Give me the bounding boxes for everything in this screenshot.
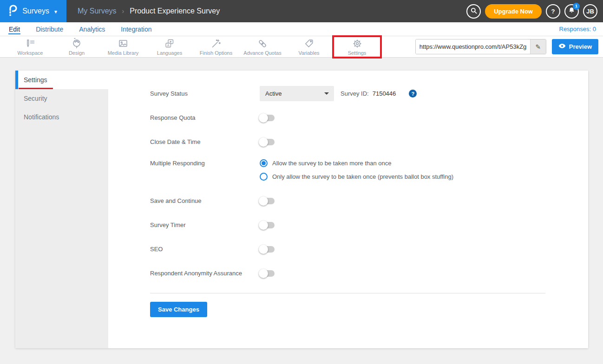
- brand-menu-label: Surveys: [22, 7, 49, 15]
- toolbar-item-label: Finish Options: [200, 50, 232, 56]
- edit-toolbar: Workspace Design Media Library ★ A Langu…: [0, 36, 603, 58]
- sidebar-item-label: Notifications: [24, 113, 59, 121]
- radio-option-label: Allow the survey to be taken more than o…: [272, 160, 392, 167]
- toggle-knob: [259, 113, 268, 123]
- survey-id-help-icon[interactable]: ?: [409, 90, 417, 98]
- svg-text:★: ★: [169, 40, 172, 43]
- settings-sidebar: Settings Security Notifications: [15, 71, 108, 348]
- save-and-continue-row: Save and Continue: [150, 193, 545, 208]
- avatar[interactable]: JB: [583, 4, 597, 19]
- chevron-down-icon: ▼: [53, 9, 58, 14]
- notifications-button[interactable]: 1: [564, 4, 579, 19]
- toolbar-item-label: Workspace: [18, 50, 43, 56]
- toggle-knob: [259, 137, 268, 147]
- topbar-actions: Upgrade Now ? 1 JB: [466, 4, 597, 19]
- seo-row: SEO: [150, 241, 545, 257]
- close-date-time-toggle[interactable]: [260, 139, 275, 145]
- tab-edit[interactable]: Edit: [8, 24, 20, 34]
- toggle-knob: [259, 269, 268, 278]
- multiple-responding-row: Multiple Responding Allow the survey to …: [150, 158, 545, 181]
- response-quota-toggle[interactable]: [260, 115, 275, 121]
- toggle-knob: [259, 196, 268, 206]
- chevron-down-icon: [324, 92, 329, 95]
- toolbar-item-advance-quotas[interactable]: Advance Quotas: [239, 36, 286, 58]
- top-bar: Surveys ▼ My Surveys › Product Experienc…: [0, 0, 603, 22]
- settings-panel: Settings Security Notifications Survey S…: [15, 71, 588, 348]
- tab-integration[interactable]: Integration: [120, 24, 152, 34]
- save-changes-button[interactable]: Save Changes: [150, 302, 207, 317]
- svg-text:A: A: [167, 43, 170, 46]
- radio-option-once-only[interactable]: Only allow the survey to be taken once (…: [260, 173, 453, 181]
- advance-quotas-icon: [256, 38, 269, 49]
- edit-url-button[interactable]: ✎: [530, 39, 546, 54]
- survey-url-group: ✎: [415, 39, 546, 54]
- breadcrumb: My Surveys › Product Experience Survey: [78, 7, 220, 15]
- upgrade-now-button[interactable]: Upgrade Now: [485, 4, 542, 19]
- seo-label: SEO: [150, 246, 260, 253]
- toggle-knob: [259, 245, 268, 254]
- section-nav: Edit Distribute Analytics Integration Re…: [0, 22, 603, 36]
- toolbar-item-settings[interactable]: Settings: [332, 35, 382, 58]
- multiple-responding-label: Multiple Responding: [150, 158, 260, 167]
- question-mark-icon: ?: [551, 8, 555, 15]
- toolbar-item-workspace[interactable]: Workspace: [7, 36, 53, 58]
- save-and-continue-toggle[interactable]: [260, 198, 275, 204]
- toggle-knob: [259, 221, 268, 230]
- respondent-anonymity-toggle[interactable]: [260, 270, 275, 277]
- preview-button-label: Preview: [569, 43, 592, 50]
- sidebar-item-security[interactable]: Security: [15, 89, 108, 108]
- response-quota-row: Response Quota: [150, 110, 545, 125]
- toolbar-item-label: Languages: [157, 50, 182, 56]
- breadcrumb-separator: ›: [122, 7, 125, 15]
- survey-timer-toggle[interactable]: [260, 222, 275, 228]
- toolbar-item-finish-options[interactable]: Finish Options: [193, 36, 239, 58]
- respondent-anonymity-row: Respondent Anonymity Assurance: [150, 266, 545, 281]
- search-icon: [470, 7, 478, 16]
- toolbar-item-languages[interactable]: ★ A Languages: [146, 36, 193, 58]
- survey-status-row: Survey Status Active Survey ID: 7150446 …: [150, 86, 545, 101]
- survey-status-select[interactable]: Active: [260, 86, 334, 101]
- sidebar-item-label: Settings: [24, 76, 47, 84]
- form-divider: [150, 293, 545, 293]
- sidebar-item-settings[interactable]: Settings: [15, 71, 108, 89]
- tab-analytics[interactable]: Analytics: [79, 24, 105, 34]
- multiple-responding-options: Allow the survey to be taken more than o…: [260, 158, 453, 181]
- save-and-continue-label: Save and Continue: [150, 197, 260, 204]
- variables-icon: [303, 38, 315, 49]
- settings-gear-icon: [351, 38, 363, 49]
- avatar-initials: JB: [586, 8, 594, 15]
- pencil-icon: ✎: [535, 43, 541, 51]
- radio-unselected-icon: [260, 173, 268, 181]
- toolbar-item-design[interactable]: Design: [53, 36, 100, 58]
- radio-option-multiple-allowed[interactable]: Allow the survey to be taken more than o…: [260, 159, 453, 167]
- survey-timer-row: Survey Timer: [150, 217, 545, 233]
- close-date-time-row: Close Date & Time: [150, 134, 545, 150]
- sidebar-item-label: Security: [24, 95, 47, 102]
- survey-url-input[interactable]: [416, 39, 530, 54]
- survey-timer-label: Survey Timer: [150, 221, 260, 228]
- workspace-icon: [24, 38, 36, 49]
- response-quota-label: Response Quota: [150, 114, 260, 121]
- settings-form: Survey Status Active Survey ID: 7150446 …: [108, 71, 588, 348]
- radio-option-label: Only allow the survey to be taken once (…: [272, 173, 453, 180]
- toolbar-item-label: Media Library: [108, 50, 139, 56]
- notification-badge: 1: [573, 3, 580, 10]
- survey-id-label: Survey ID:: [341, 90, 369, 97]
- toolbar-item-media-library[interactable]: Media Library: [100, 36, 146, 58]
- preview-button[interactable]: Preview: [552, 39, 598, 54]
- close-date-time-label: Close Date & Time: [150, 138, 260, 145]
- toolbar-item-label: Advance Quotas: [243, 50, 281, 56]
- survey-status-value: Active: [265, 90, 282, 97]
- breadcrumb-my-surveys[interactable]: My Surveys: [78, 7, 117, 15]
- search-button[interactable]: [466, 4, 481, 19]
- eye-icon: [558, 43, 566, 50]
- product-switcher[interactable]: Surveys ▼: [0, 0, 66, 22]
- page-title: Product Experience Survey: [130, 7, 220, 15]
- help-button[interactable]: ?: [546, 4, 560, 19]
- tab-distribute[interactable]: Distribute: [35, 24, 64, 34]
- design-icon: [71, 38, 83, 49]
- toolbar-item-variables[interactable]: Variables: [286, 36, 332, 58]
- sidebar-item-notifications[interactable]: Notifications: [15, 108, 108, 126]
- responses-count: Responses: 0: [559, 26, 596, 32]
- seo-toggle[interactable]: [260, 246, 275, 253]
